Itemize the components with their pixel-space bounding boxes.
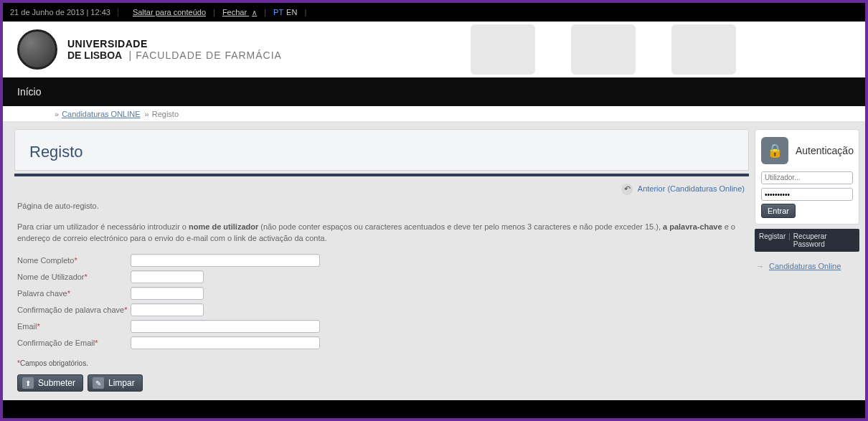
submit-button[interactable]: ⬆ Submeter (17, 374, 83, 392)
faculty-name: | FACULDADE DE FARMÁCIA (129, 49, 282, 61)
edit-icon: ✎ (93, 377, 104, 389)
side-link-row: → Candidaturas Online (755, 259, 859, 273)
main-nav: Início (3, 77, 865, 106)
topbar: 21 de Junho de 2013 | 12:43 Saltar para … (3, 3, 865, 22)
label-conf-palavra: Confirmação de palavra chave* (17, 306, 131, 314)
palavra-chave-input[interactable] (131, 287, 204, 300)
candidaturas-online-link[interactable]: Candidaturas Online (769, 262, 841, 270)
breadcrumb: » Candidaturas ONLINE » Registo (3, 106, 865, 122)
header-decoration (471, 24, 736, 75)
registar-link[interactable]: Registar (759, 232, 786, 248)
required-note: *Campos obrigatórios. (17, 359, 746, 367)
back-arrow-icon: ↶ (621, 184, 633, 195)
breadcrumb-current: Registo (152, 110, 179, 118)
page-title: Registo (29, 143, 734, 161)
breadcrumb-candidaturas[interactable]: Candidaturas ONLINE (62, 110, 140, 118)
conf-palavra-input[interactable] (131, 303, 204, 316)
chevron-right-icon: » (145, 110, 149, 118)
label-nome-utilizador: Nome de Utilizador* (17, 273, 131, 281)
label-email: Email* (17, 322, 131, 331)
datetime: 21 de Junho de 2013 | 12:43 (10, 8, 118, 16)
panel-header: Registo (14, 129, 749, 171)
university-name-line2: DE LISBOA | FACULDADE DE FARMÁCIA (67, 49, 282, 61)
lang-pt-link[interactable]: PT (273, 8, 283, 16)
chevron-up-icon: ∧ (252, 9, 257, 16)
nome-completo-input[interactable] (131, 254, 320, 267)
label-palavra-chave: Palavra chave* (17, 289, 131, 298)
conf-email-input[interactable] (131, 336, 320, 349)
close-link[interactable]: Fechar ∧ (222, 8, 257, 16)
info-text: Para criar um utilizador é necessário in… (17, 222, 746, 244)
upload-icon: ⬆ (22, 377, 34, 389)
password-input[interactable] (761, 188, 853, 201)
arrow-right-icon: → (756, 262, 764, 270)
recuperar-password-link[interactable]: Recuperar Password (793, 232, 855, 248)
auth-box: 🔒 Autenticação Entrar (755, 129, 859, 224)
header: UNIVERSIDADE DE LISBOA | FACULDADE DE FA… (3, 22, 865, 77)
register-bar: Registar | Recuperar Password (755, 229, 859, 252)
back-link[interactable]: Anterior (Candidaturas Online) (638, 184, 745, 193)
label-nome-completo: Nome Completo* (17, 256, 131, 265)
username-input[interactable] (761, 171, 853, 184)
university-name-line1: UNIVERSIDADE (67, 38, 282, 49)
chevron-right-icon: » (55, 110, 59, 118)
lock-icon: 🔒 (761, 137, 788, 164)
email-input[interactable] (131, 320, 320, 333)
clear-button[interactable]: ✎ Limpar (88, 374, 143, 392)
label-conf-email: Confirmação de Email* (17, 339, 131, 347)
nome-utilizador-input[interactable] (131, 270, 204, 283)
skip-link[interactable]: Saltar para conteúdo (133, 8, 206, 16)
enter-button[interactable]: Entrar (761, 204, 796, 218)
lang-en-link[interactable]: EN (286, 8, 297, 16)
auth-title: Autenticação (796, 145, 854, 156)
intro-text: Página de auto-registo. (17, 201, 746, 212)
nav-home[interactable]: Início (17, 86, 41, 98)
university-seal-icon (17, 29, 57, 70)
